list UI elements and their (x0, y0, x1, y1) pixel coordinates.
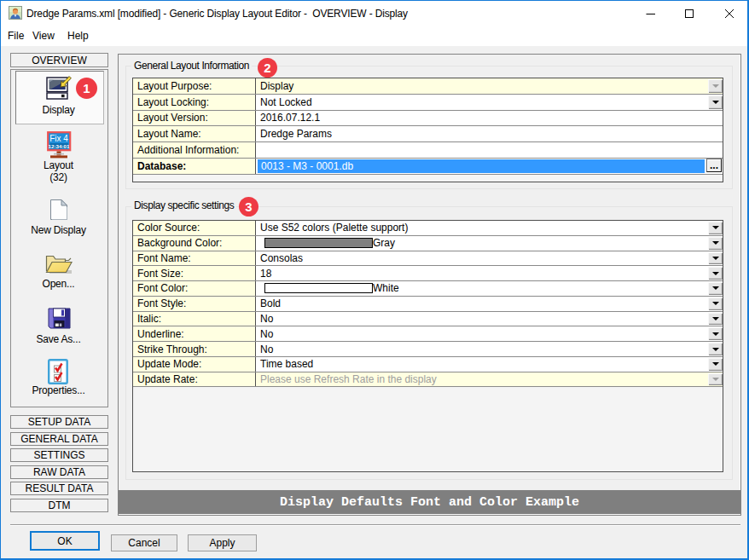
svg-text:12:34:01: 12:34:01 (49, 143, 70, 149)
svg-text:Fix 4: Fix 4 (49, 134, 68, 143)
